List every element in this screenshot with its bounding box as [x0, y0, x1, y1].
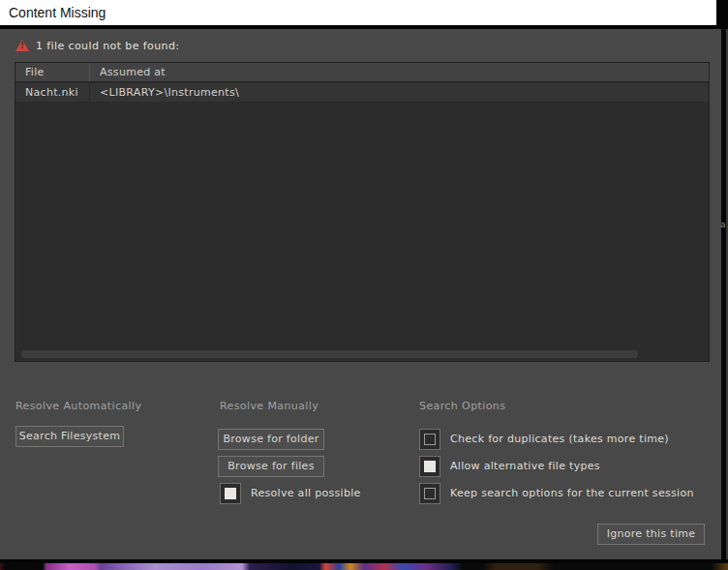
resolve-all-possible-label: Resolve all possible [251, 483, 361, 504]
browse-for-files-button[interactable]: Browse for files [218, 456, 324, 477]
missing-files-table: File Assumed at Nacht.nki <LIBRARY>\Inst… [15, 62, 710, 362]
keep-search-options-label: Keep search options for the current sess… [450, 483, 694, 504]
column-header-file[interactable]: File [15, 63, 90, 81]
allow-alternative-file-types-checkbox[interactable] [419, 456, 440, 477]
keep-search-options-checkbox[interactable] [419, 483, 440, 504]
check-for-duplicates-label: Check for duplicates (takes more time) [450, 429, 669, 450]
column-header-assumed-at[interactable]: Assumed at [90, 63, 709, 81]
table-header: File Assumed at [15, 63, 709, 82]
section-label-resolve-automatically: Resolve Automatically [15, 400, 141, 412]
background-text-fragment: a [720, 219, 728, 230]
allow-alternative-file-types-label: Allow alternative file types [450, 456, 600, 477]
window-titlebar[interactable]: Content Missing [0, 0, 716, 25]
check-for-duplicates-checkbox[interactable] [419, 429, 440, 450]
warning-triangle-icon [15, 40, 29, 51]
horizontal-scrollbar[interactable] [21, 350, 638, 358]
search-filesystem-button[interactable]: Search Filesystem [15, 426, 124, 447]
browse-for-folder-button[interactable]: Browse for folder [218, 429, 324, 450]
cell-file-name: Nacht.nki [15, 83, 90, 102]
table-row[interactable]: Nacht.nki <LIBRARY>\Instruments\ [15, 83, 709, 102]
background-artwork-strip [0, 563, 728, 570]
window-title: Content Missing [9, 0, 106, 25]
ignore-this-time-button[interactable]: Ignore this time [597, 524, 705, 545]
cell-assumed-path: <LIBRARY>\Instruments\ [90, 83, 709, 102]
section-label-resolve-manually: Resolve Manually [220, 400, 318, 412]
content-missing-screen: Content Missing a 1 file could not be fo… [0, 0, 728, 570]
warning-message: 1 file could not be found: [36, 40, 179, 52]
resolve-all-possible-checkbox[interactable] [220, 483, 241, 504]
section-label-search-options: Search Options [419, 400, 505, 412]
